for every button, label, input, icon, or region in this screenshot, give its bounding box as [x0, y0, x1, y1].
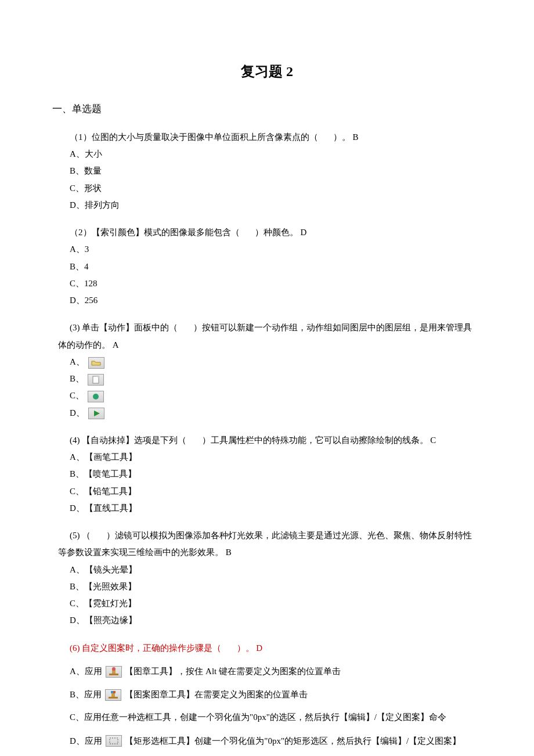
q1-answer: B	[353, 132, 359, 142]
question-3: (3) 单击【动作】面板中的（ ）按钮可以新建一个动作组，动作组如同图层中的图层…	[58, 319, 476, 422]
q3-option-a: A、	[70, 357, 85, 366]
q1-prompt-a: （1）位图的大小与质量取决于图像中单位面积上所含像素点的（	[70, 132, 318, 142]
section-heading: 一、单选题	[52, 99, 476, 118]
svg-point-1	[93, 394, 99, 399]
svg-rect-7	[111, 691, 113, 693]
q1-option-b: B、数量	[70, 163, 476, 179]
q2-prompt-b: ）种颜色。	[255, 228, 298, 237]
svg-rect-6	[111, 693, 115, 697]
svg-rect-8	[113, 691, 116, 693]
svg-rect-9	[110, 738, 118, 744]
record-icon	[88, 391, 104, 402]
q2-option-a: A、3	[70, 241, 476, 258]
q5-answer: B	[226, 548, 232, 557]
q2-prompt-a: （2）【索引颜色】模式的图像最多能包含（	[70, 228, 240, 237]
q6-option-a-post: 【图章工具】，按住 Alt 键在需要定义为图案的位置单击	[125, 667, 341, 676]
question-6: (6) 自定义图案时，正确的操作步骤是（ ）。 D A、应用 【图章工具】，按住…	[58, 640, 476, 750]
stamp-tool-icon	[106, 666, 122, 678]
q1-prompt-b: ）。	[333, 132, 351, 142]
q3-answer: A	[113, 340, 119, 350]
q4-prompt-b: ）工具属性栏中的特殊功能，它可以自动擦除绘制的线条。	[202, 435, 428, 445]
folder-icon	[88, 357, 104, 369]
q1-option-d: D、排列方向	[70, 197, 476, 214]
rect-marquee-tool-icon	[106, 735, 122, 747]
question-4: (4) 【自动抹掉】选项是下列（ ）工具属性栏中的特殊功能，它可以自动擦除绘制的…	[58, 432, 476, 517]
q4-answer: C	[430, 435, 436, 445]
q6-prompt-a: (6) 自定义图案时，正确的操作步骤是（	[70, 643, 221, 653]
play-icon	[88, 408, 104, 419]
q6-option-b-pre: B、应用	[70, 690, 102, 699]
q4-option-a: A、【画笔工具】	[70, 449, 476, 466]
page-title: 复习题 2	[58, 58, 476, 85]
q6-option-d-post: 【矩形选框工具】创建一个羽化值为"0px"的矩形选区，然后执行【编辑】/【定义图…	[125, 736, 461, 746]
q5-prompt-a: (5) （	[70, 531, 91, 540]
pattern-stamp-tool-icon	[105, 689, 121, 701]
q4-option-b: B、【喷笔工具】	[70, 466, 476, 483]
new-page-icon	[88, 374, 104, 386]
q3-option-c: C、	[70, 391, 84, 400]
q5-option-d: D、【照亮边缘】	[70, 612, 476, 629]
q2-answer: D	[301, 228, 307, 237]
q6-option-d-pre: D、应用	[70, 736, 102, 746]
q4-option-c: C、【铅笔工具】	[70, 483, 476, 500]
q6-answer: D	[256, 643, 262, 653]
svg-rect-2	[109, 674, 118, 675]
q6-prompt-b: ）。	[237, 643, 254, 653]
question-1: （1）位图的大小与质量取决于图像中单位面积上所含像素点的（ ）。 B A、大小 …	[58, 129, 476, 214]
q5-option-c: C、【霓虹灯光】	[70, 595, 476, 612]
q3-prompt-a: (3) 单击【动作】面板中的（	[70, 323, 178, 332]
svg-rect-5	[109, 697, 118, 699]
question-2: （2）【索引颜色】模式的图像最多能包含（ ）种颜色。 D A、3 B、4 C、1…	[58, 224, 476, 309]
q6-option-b-post: 【图案图章工具】在需要定义为图案的位置单击	[125, 690, 308, 699]
q3-option-b: B、	[70, 374, 84, 383]
q2-option-c: C、128	[70, 275, 476, 292]
q2-option-d: D、256	[70, 292, 476, 309]
q5-option-b: B、【光照效果】	[70, 578, 476, 595]
q4-option-d: D、【直线工具】	[70, 500, 476, 517]
q1-option-a: A、大小	[70, 146, 476, 163]
q6-option-c: C、应用任意一种选框工具，创建一个羽化值为"0px"的选区，然后执行【编辑】/【…	[70, 709, 476, 726]
q2-option-b: B、4	[70, 258, 476, 275]
q5-prompt-b: ）滤镜可以模拟为图像添加各种灯光效果，此滤镜主要是通过光源、光色、聚焦、物体反射…	[58, 531, 472, 557]
question-5: (5) （ ）滤镜可以模拟为图像添加各种灯光效果，此滤镜主要是通过光源、光色、聚…	[58, 527, 476, 629]
q3-option-d: D、	[70, 408, 85, 417]
q5-option-a: A、【镜头光晕】	[70, 561, 476, 578]
q1-option-c: C、形状	[70, 180, 476, 197]
q4-prompt-a: (4) 【自动抹掉】选项是下列（	[70, 435, 186, 445]
q6-option-a-pre: A、应用	[70, 667, 102, 676]
svg-point-4	[112, 667, 116, 671]
